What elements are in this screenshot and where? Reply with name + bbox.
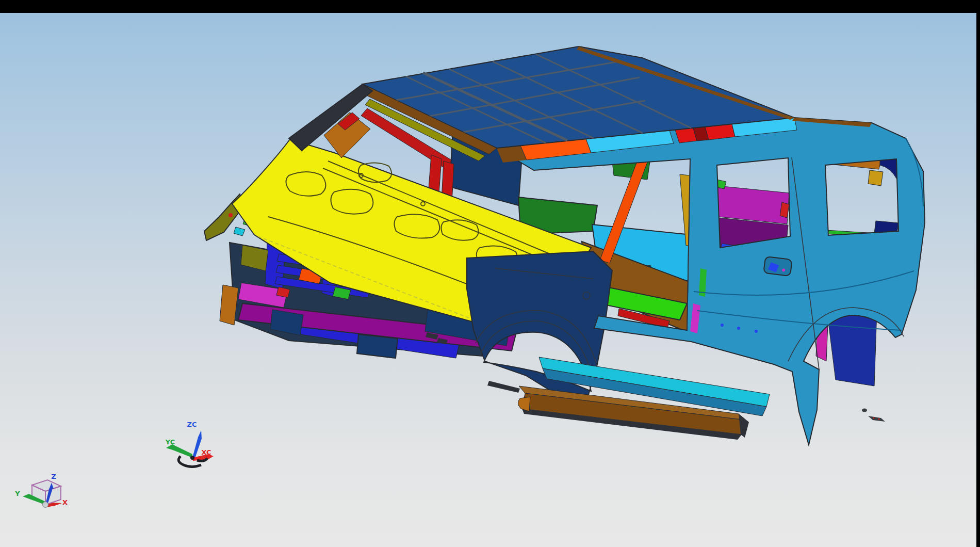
datum-csys[interactable]: Z Y X [14, 473, 68, 508]
wcs-origin-handle[interactable] [190, 456, 194, 460]
quarter-window-gold-bracket[interactable] [868, 170, 883, 186]
running-board-bracket [487, 381, 520, 393]
rocker-rivet [737, 327, 740, 330]
running-board-end-cap [518, 397, 530, 411]
datum-y-label: Y [14, 490, 20, 497]
graphics-viewport[interactable]: ZC YC XC Z Y X [0, 0, 980, 547]
rocker-rivet [721, 324, 724, 327]
top-black-bar [0, 0, 980, 13]
debris-sliver[interactable] [868, 416, 885, 422]
cad-model-canvas[interactable]: ZC YC XC Z Y X [0, 0, 980, 547]
wcs-y-label: YC [165, 438, 175, 446]
debris-red-dot [878, 419, 880, 420]
fender-teal-bit[interactable] [234, 227, 245, 236]
datum-z-label: Z [51, 473, 56, 480]
rocker-assembly[interactable] [487, 357, 770, 440]
debris-dot[interactable] [862, 409, 867, 412]
a-pillar[interactable] [289, 84, 372, 158]
loose-parts[interactable] [862, 409, 885, 422]
wcs-z-label: ZC [187, 421, 197, 428]
debris-red-dot [873, 417, 875, 419]
datum-x-label: X [62, 498, 68, 506]
cargo-trim-magenta[interactable] [717, 186, 789, 224]
wcs-z-axis-arrow[interactable] [192, 430, 202, 458]
front-lower-hang-box[interactable] [357, 334, 398, 358]
fender-red-dot [228, 213, 233, 217]
application-window: ZC YC XC Z Y X [0, 0, 980, 547]
wcs-x-label: XC [201, 448, 211, 456]
door-handle[interactable] [763, 256, 792, 276]
right-black-bar [976, 0, 980, 547]
wcs-triad[interactable]: ZC YC XC [165, 421, 214, 467]
rocker-rivet [755, 330, 758, 333]
datum-origin-sphere[interactable] [43, 502, 48, 508]
